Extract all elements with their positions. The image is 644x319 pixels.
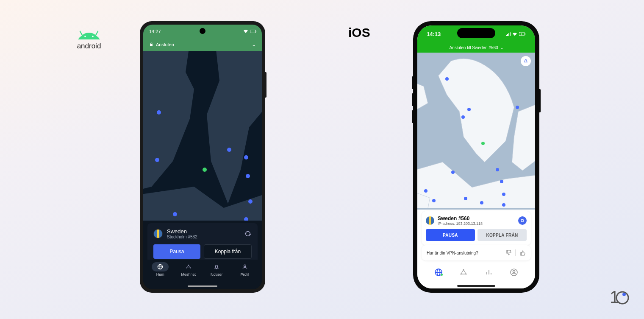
server-dot-active[interactable] xyxy=(203,168,207,172)
android-screen: 14:27 Ansluten ⌄ xyxy=(143,25,262,289)
server-dot-active[interactable] xyxy=(481,142,485,145)
nav-home[interactable]: Hem xyxy=(147,262,173,289)
android-status-bar: 14:27 xyxy=(143,25,262,38)
status-time: 14:27 xyxy=(149,29,161,34)
gesture-bar xyxy=(188,285,217,287)
server-dot[interactable] xyxy=(502,193,505,196)
svg-rect-5 xyxy=(150,44,153,46)
server-dot[interactable] xyxy=(496,168,499,171)
server-dot[interactable] xyxy=(500,180,503,183)
status-indicator-dot xyxy=(441,274,443,276)
refresh-icon[interactable] xyxy=(244,230,252,238)
map-landmass xyxy=(143,51,262,221)
globe-icon xyxy=(157,263,164,270)
connection-card: Sweden Stockholm #532 Pausa Koppla från xyxy=(147,223,258,265)
dynamic-island xyxy=(457,28,495,38)
server-dot[interactable] xyxy=(173,212,177,216)
connection-status-text: Ansluten xyxy=(156,42,174,47)
thumbs-down-icon[interactable] xyxy=(505,249,512,256)
server-dot[interactable] xyxy=(244,155,248,160)
server-name: Stockholm #532 xyxy=(167,235,240,239)
server-dot[interactable] xyxy=(227,148,231,152)
battery-charging-icon xyxy=(519,32,526,36)
server-dot[interactable] xyxy=(424,189,427,193)
separator xyxy=(515,249,516,256)
meshnet-icon xyxy=(459,268,468,277)
status-time: 14:13 xyxy=(427,31,441,37)
server-dot[interactable] xyxy=(464,197,467,200)
signal-icon xyxy=(506,32,511,36)
thumbs-up-icon[interactable] xyxy=(519,249,526,256)
server-dot[interactable] xyxy=(451,171,455,174)
ios-device-frame: 14:13 Ansluten till Sweden #560 ⌄ xyxy=(413,21,539,293)
front-camera xyxy=(200,28,205,34)
svg-point-27 xyxy=(513,271,515,273)
country-name: Sweden #560 xyxy=(438,215,515,221)
ios-status-bar: 14:13 xyxy=(417,25,535,42)
profile-icon xyxy=(242,263,248,270)
chevron-down-icon: ⌄ xyxy=(500,45,503,50)
wifi-icon xyxy=(243,29,248,34)
sweden-flag-icon xyxy=(153,229,163,238)
pause-button[interactable]: PAUSA xyxy=(426,229,475,241)
server-dot[interactable] xyxy=(445,77,449,81)
battery-icon xyxy=(250,30,256,33)
country-name: Sweden xyxy=(167,228,240,235)
brand-logo: 1 xyxy=(609,286,629,306)
bottom-nav: Hem Meshnet Notiser Profil xyxy=(143,260,262,289)
bell-icon xyxy=(523,59,528,64)
wifi-icon xyxy=(512,32,517,36)
server-dot[interactable] xyxy=(502,203,505,207)
svg-point-13 xyxy=(244,265,246,267)
lock-icon xyxy=(149,42,153,47)
svg-point-0 xyxy=(84,36,86,37)
profile-icon xyxy=(509,268,519,277)
status-icons xyxy=(243,29,256,34)
feedback-card: Hur är din VPN-anslutning? xyxy=(422,245,531,260)
feedback-prompt: Hur är din VPN-anslutning? xyxy=(427,251,478,255)
map-view[interactable] xyxy=(143,51,262,221)
android-device-frame: 14:27 Ansluten ⌄ xyxy=(140,21,265,293)
pause-button[interactable]: Pausa xyxy=(153,244,200,259)
connection-status-text: Ansluten till Sweden #560 xyxy=(449,45,498,50)
meshnet-icon xyxy=(185,263,192,270)
bell-icon xyxy=(213,263,220,270)
chevron-down-icon: ⌄ xyxy=(252,42,256,48)
map-landmass xyxy=(417,53,535,208)
connection-card: Sweden #560 IP-adress: 193.203.13.118 PA… xyxy=(422,211,531,245)
server-dot[interactable] xyxy=(432,199,436,202)
ios-platform-label: iOS xyxy=(348,25,370,40)
disconnect-button[interactable]: KOPPLA FRÅN xyxy=(477,229,527,241)
connection-status-bar[interactable]: Ansluten ⌄ xyxy=(143,38,262,51)
home-indicator xyxy=(457,285,495,287)
connection-status-bar[interactable]: Ansluten till Sweden #560 ⌄ xyxy=(417,42,535,53)
nav-home[interactable] xyxy=(426,268,451,288)
status-icons xyxy=(506,32,526,36)
server-dot[interactable] xyxy=(461,115,465,119)
ip-address: IP-adress: 193.203.13.118 xyxy=(438,221,515,226)
nav-profile[interactable] xyxy=(502,268,527,288)
server-dot[interactable] xyxy=(157,110,161,115)
server-dot[interactable] xyxy=(467,108,471,111)
reload-icon xyxy=(520,218,525,223)
sweden-flag-icon xyxy=(426,216,434,225)
svg-point-1 xyxy=(92,36,94,37)
svg-rect-15 xyxy=(525,33,525,35)
android-robot-icon xyxy=(76,23,102,40)
notifications-button[interactable] xyxy=(521,56,531,66)
server-dot[interactable] xyxy=(516,106,519,109)
android-platform-label: android xyxy=(72,23,106,50)
nav-profile[interactable]: Profil xyxy=(232,262,258,289)
reload-button[interactable] xyxy=(518,216,527,225)
server-dot[interactable] xyxy=(155,158,159,162)
server-dot[interactable] xyxy=(248,199,253,204)
server-dot[interactable] xyxy=(246,174,250,178)
server-dot[interactable] xyxy=(480,201,483,204)
map-view[interactable] xyxy=(417,53,535,210)
svg-text:1: 1 xyxy=(610,288,619,306)
ios-screen: 14:13 Ansluten till Sweden #560 ⌄ xyxy=(417,25,535,288)
disconnect-button[interactable]: Koppla från xyxy=(204,244,252,259)
svg-point-4 xyxy=(622,293,626,296)
bars-icon xyxy=(484,268,494,277)
server-dot[interactable] xyxy=(244,217,248,221)
